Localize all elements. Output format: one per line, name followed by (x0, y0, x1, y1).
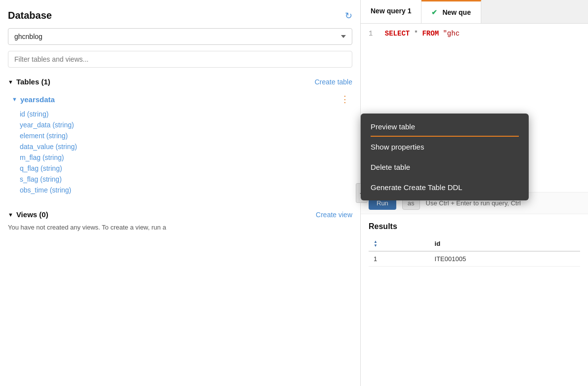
table-chevron-icon: ▼ (12, 96, 17, 102)
context-menu-delete-table[interactable]: Delete table (361, 157, 529, 177)
table-options-icon[interactable]: ⋮ (337, 93, 352, 106)
context-menu: Preview table Show properties Delete tab… (361, 114, 529, 200)
create-view-link[interactable]: Create view (316, 211, 352, 219)
views-section: ▼ Views (0) Create view You have not cre… (8, 210, 352, 231)
database-title: Database (8, 10, 52, 21)
left-panel: Database ↻ ghcnblog ▼ Tables (1) Create … (0, 0, 361, 386)
tables-section-header: ▼ Tables (1) Create table (8, 77, 352, 86)
database-header: Database ↻ (8, 10, 352, 21)
tables-chevron-icon: ▼ (8, 79, 13, 85)
tables-section-title: ▼ Tables (1) (8, 77, 50, 86)
results-section: Results ▲ ▼ id 1 (361, 214, 588, 386)
line-number: 1 (369, 30, 373, 38)
query-tabs: New query 1 ✔ New que (361, 0, 588, 24)
sql-table-ref: "ghc (443, 30, 460, 38)
row-num: 1 (369, 251, 430, 267)
sql-select: SELECT (385, 30, 410, 38)
column-m-flag[interactable]: m_flag (string) (20, 152, 352, 163)
views-section-title: ▼ Views (0) (8, 210, 48, 219)
results-title: Results (369, 222, 580, 231)
sort-icons[interactable]: ▲ ▼ (374, 240, 378, 248)
column-s-flag[interactable]: s_flag (string) (20, 174, 352, 185)
column-id[interactable]: id (string) (20, 109, 352, 119)
sql-from: FROM (422, 30, 439, 38)
column-data-value[interactable]: data_value (string) (20, 141, 352, 152)
column-element[interactable]: element (string) (20, 130, 352, 141)
tab-new-query-1[interactable]: New query 1 (361, 0, 421, 23)
context-menu-generate-ddl[interactable]: Generate Create Table DDL (361, 177, 529, 197)
views-section-header: ▼ Views (0) Create view (8, 210, 352, 219)
column-q-flag[interactable]: q_flag (string) (20, 163, 352, 174)
row-id: ITE001005 (430, 251, 580, 267)
table-item-yearsdata: ▼ yearsdata ⋮ (8, 91, 352, 108)
column-obs-time[interactable]: obs_time (string) (20, 185, 352, 195)
context-menu-show-properties[interactable]: Show properties (361, 137, 529, 157)
database-selector[interactable]: ghcnblog (8, 28, 352, 45)
refresh-icon[interactable]: ↻ (345, 10, 352, 21)
sort-down-icon: ▼ (374, 244, 378, 248)
results-col-rownum: ▲ ▼ (369, 237, 430, 252)
results-col-id[interactable]: id (430, 237, 580, 252)
views-chevron-icon: ▼ (8, 212, 13, 218)
results-table: ▲ ▼ id 1 ITE001005 (369, 237, 580, 267)
table-row: 1 ITE001005 (369, 251, 580, 267)
context-menu-preview-table[interactable]: Preview table (361, 116, 529, 137)
column-year-data[interactable]: year_data (string) (20, 119, 352, 130)
tab-new-query-2[interactable]: ✔ New que (421, 0, 481, 23)
column-list: id (string) year_data (string) element (… (20, 109, 352, 195)
views-footer-text: You have not created any views. To creat… (8, 224, 352, 231)
create-table-link[interactable]: Create table (315, 78, 352, 86)
tab-check-icon: ✔ (431, 8, 437, 16)
table-name-yearsdata[interactable]: ▼ yearsdata (12, 95, 55, 104)
filter-input[interactable] (8, 51, 352, 68)
